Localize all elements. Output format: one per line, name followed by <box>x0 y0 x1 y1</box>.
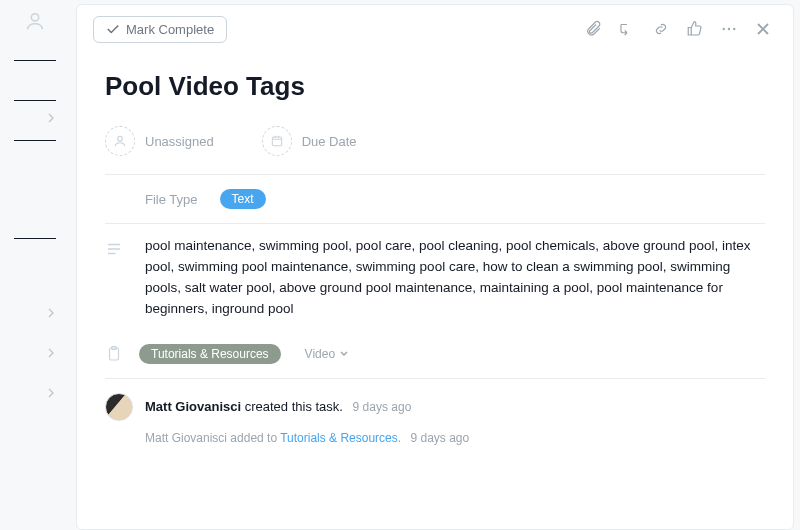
clipboard-icon <box>105 344 127 364</box>
sidebar-item[interactable] <box>14 100 56 134</box>
chevron-down-icon <box>339 349 349 359</box>
close-icon <box>755 21 771 37</box>
mark-complete-button[interactable]: Mark Complete <box>93 16 227 43</box>
svg-point-1 <box>723 28 725 30</box>
task-topbar: Mark Complete <box>77 5 793 49</box>
description-row: pool maintenance, swimming pool, pool ca… <box>105 224 765 330</box>
meta-row: Unassigned Due Date <box>105 120 765 175</box>
calendar-icon <box>262 126 292 156</box>
svg-point-2 <box>728 28 730 30</box>
user-avatar-placeholder <box>24 10 46 32</box>
due-date-field[interactable]: Due Date <box>262 126 357 156</box>
section-label: Video <box>305 347 335 361</box>
sidebar-item[interactable] <box>14 60 56 94</box>
task-content: Pool Video Tags Unassigned Due Date File… <box>77 49 793 529</box>
description-icon <box>105 240 127 258</box>
ellipsis-icon <box>720 20 738 38</box>
custom-field-label: File Type <box>145 192 198 207</box>
added-ago: 9 days ago <box>410 431 469 445</box>
svg-point-0 <box>31 14 38 21</box>
attach-button[interactable] <box>579 15 607 43</box>
left-rail <box>0 0 70 530</box>
subtask-button[interactable] <box>613 15 641 43</box>
copy-link-button[interactable] <box>647 15 675 43</box>
person-icon <box>105 126 135 156</box>
custom-field-value[interactable]: Text <box>220 189 266 209</box>
task-detail-pane: Mark Complete Pool Video Tags <box>76 4 794 530</box>
sidebar-item[interactable] <box>14 198 56 232</box>
activity-created: Matt Giovanisci created this task. 9 day… <box>105 379 765 421</box>
link-icon <box>652 20 670 38</box>
svg-point-4 <box>118 136 123 141</box>
created-ago: 9 days ago <box>353 400 412 414</box>
custom-field-row: File Type Text <box>105 175 765 223</box>
more-button[interactable] <box>715 15 743 43</box>
creator-name: Matt Giovanisci <box>145 399 241 414</box>
section-dropdown[interactable]: Video <box>293 344 355 364</box>
creator-avatar[interactable] <box>105 393 133 421</box>
assignee-label: Unassigned <box>145 134 214 149</box>
projects-row: Tutorials & Resources Video <box>105 330 765 378</box>
sidebar-item[interactable] <box>14 140 56 174</box>
sidebar-item[interactable] <box>14 376 56 410</box>
due-date-label: Due Date <box>302 134 357 149</box>
added-project-link[interactable]: Tutorials & Resources <box>280 431 398 445</box>
svg-rect-5 <box>272 137 281 146</box>
mark-complete-label: Mark Complete <box>126 22 214 37</box>
svg-point-3 <box>733 28 735 30</box>
sidebar-item[interactable] <box>14 296 56 330</box>
activity-created-text: Matt Giovanisci created this task. 9 day… <box>145 399 411 414</box>
like-button[interactable] <box>681 15 709 43</box>
close-button[interactable] <box>749 15 777 43</box>
activity-added: Matt Giovanisci added to Tutorials & Res… <box>105 421 765 445</box>
project-pill[interactable]: Tutorials & Resources <box>139 344 281 364</box>
thumbs-up-icon <box>686 20 704 38</box>
check-icon <box>106 22 120 36</box>
assignee-field[interactable]: Unassigned <box>105 126 214 156</box>
sidebar-item[interactable] <box>14 238 56 272</box>
task-title[interactable]: Pool Video Tags <box>105 71 765 102</box>
sidebar-item[interactable] <box>14 336 56 370</box>
paperclip-icon <box>584 20 602 38</box>
task-description[interactable]: pool maintenance, swimming pool, pool ca… <box>145 236 765 320</box>
subtask-icon <box>618 20 636 38</box>
